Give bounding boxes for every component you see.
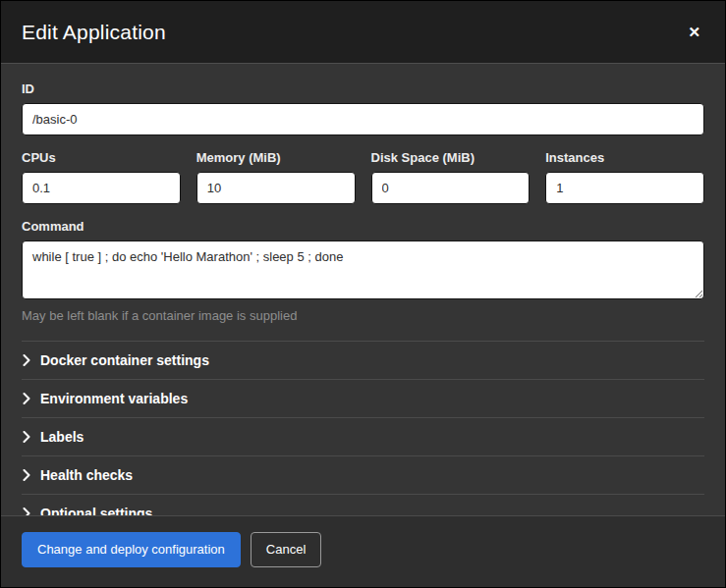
chevron-right-icon [22, 393, 31, 404]
cpus-input[interactable] [22, 172, 181, 204]
modal-title: Edit Application [22, 21, 166, 44]
command-field-group: Command while [ true ] ; do echo 'Hello … [22, 219, 704, 323]
instances-input[interactable] [545, 172, 704, 204]
id-field-group: ID [22, 81, 704, 135]
chevron-right-icon [22, 354, 31, 366]
disk-field-group: Disk Space (MiB) [371, 150, 531, 204]
edit-application-modal: Edit Application ✕ ID CPUs Memory (MiB) … [0, 0, 726, 588]
section-health-checks[interactable]: Health checks [22, 455, 704, 494]
section-label: Docker container settings [40, 352, 209, 368]
change-and-deploy-button[interactable]: Change and deploy configuration [22, 532, 241, 567]
id-input[interactable] [22, 103, 704, 135]
section-label: Health checks [40, 467, 133, 483]
cpus-field-group: CPUs [22, 150, 181, 204]
section-label: Labels [40, 429, 84, 445]
section-label: Optional settings [40, 506, 152, 515]
cancel-button[interactable]: Cancel [251, 532, 321, 567]
command-help-text: May be left blank if a container image i… [22, 308, 704, 323]
disk-label: Disk Space (MiB) [371, 150, 531, 165]
section-labels[interactable]: Labels [22, 417, 704, 455]
chevron-right-icon [22, 508, 31, 515]
close-icon[interactable]: ✕ [684, 21, 704, 43]
instances-label: Instances [545, 150, 704, 165]
id-label: ID [22, 81, 704, 96]
chevron-right-icon [22, 469, 31, 481]
accordion: Docker container settings Environment va… [22, 341, 704, 515]
section-environment-variables[interactable]: Environment variables [22, 379, 704, 417]
command-label: Command [22, 219, 704, 234]
section-optional-settings[interactable]: Optional settings [22, 494, 704, 515]
chevron-right-icon [22, 431, 31, 443]
resources-row: CPUs Memory (MiB) Disk Space (MiB) Insta… [22, 150, 704, 204]
memory-input[interactable] [196, 172, 356, 204]
section-docker-container-settings[interactable]: Docker container settings [22, 341, 704, 379]
memory-field-group: Memory (MiB) [196, 150, 356, 204]
disk-input[interactable] [371, 172, 531, 204]
modal-footer: Change and deploy configuration Cancel [1, 515, 725, 587]
modal-body: ID CPUs Memory (MiB) Disk Space (MiB) In… [1, 64, 725, 515]
modal-header: Edit Application ✕ [1, 1, 725, 64]
command-textarea[interactable]: while [ true ] ; do echo 'Hello Marathon… [22, 241, 704, 299]
instances-field-group: Instances [545, 150, 704, 204]
memory-label: Memory (MiB) [196, 150, 356, 165]
section-label: Environment variables [40, 391, 188, 406]
cpus-label: CPUs [22, 150, 181, 165]
